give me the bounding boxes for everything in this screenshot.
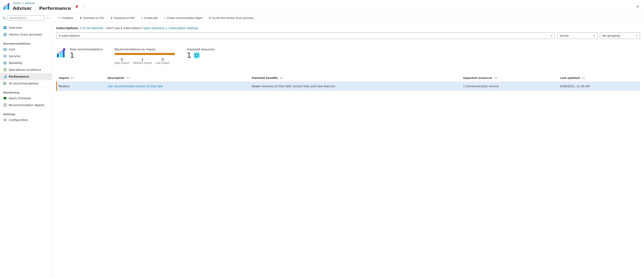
subscriptions-selected-link[interactable]: 3 of 58 selected (80, 27, 102, 30)
main-content: 🤍 Feedback ⬇ Download as CSV ⬇ Download … (52, 14, 644, 278)
plus-icon-alert: + (141, 17, 143, 20)
breadcrumb-title-group: Home > Advisor Advisor | Performance (13, 2, 71, 12)
svg-rect-6 (4, 28, 5, 29)
grouping-filter-value: No grouping (602, 34, 620, 37)
security-icon (3, 54, 7, 58)
download-csv-button[interactable]: ⬇ Download as CSV (78, 16, 106, 20)
sidebar-section-monitoring: Monitoring (0, 89, 52, 95)
col-resources[interactable]: Impacted resources ↑↓ (460, 74, 558, 82)
grouping-dropdown[interactable]: No grouping ∨ (600, 33, 640, 39)
toolbar: 🤍 Feedback ⬇ Download as CSV ⬇ Download … (52, 14, 644, 23)
impacted-resources-card: Impacted resources 1 (187, 48, 214, 59)
table-header: Impact ↑↓ Description ↑↓ Potential benef… (56, 74, 640, 82)
status-dropdown[interactable]: Active ∨ (558, 33, 598, 39)
col-description[interactable]: Description ↑↓ (105, 74, 249, 82)
sidebar-item-label: Reliability (9, 61, 22, 65)
sidebar-item-alerts[interactable]: Alerts (Preview) (0, 95, 52, 102)
advisor-logo-icon (3, 3, 10, 10)
resources-info: Impacted resources 1 (187, 48, 214, 59)
page-content-area: Subscriptions: 3 of 58 selected – Don't … (52, 23, 644, 278)
row-impact: Medium (56, 82, 105, 91)
sidebar-item-label: Configuration (9, 118, 28, 122)
svg-rect-4 (4, 26, 5, 28)
svg-point-16 (6, 75, 6, 76)
status-filter-value: Active (560, 34, 569, 37)
advisor-score-icon (3, 33, 7, 36)
subscription-dropdown[interactable]: 3 subscriptions ∨ (56, 33, 555, 39)
download-pdf-button[interactable]: ⬇ Download as PDF (110, 16, 136, 20)
sidebar-item-security[interactable]: Security (0, 53, 52, 60)
svg-rect-7 (5, 28, 6, 29)
sidebar-item-reliability[interactable]: Reliability (0, 60, 52, 66)
create-alert-button[interactable]: + Create alert (140, 16, 159, 20)
breadcrumb: Home > Advisor (13, 2, 71, 5)
sidebar-item-performance[interactable]: Performance (0, 73, 52, 80)
create-digest-button[interactable]: + Create recommendation digest (163, 16, 204, 20)
benefits-sort-icon: ↑↓ (280, 77, 283, 79)
sidebar-divider-3 (3, 109, 49, 110)
app-name: Advisor (13, 6, 32, 11)
svg-point-23 (4, 119, 6, 121)
col-impact[interactable]: Impact ↑↓ (56, 74, 105, 82)
filter-row: 3 subscriptions ∨ Active ∨ No grouping ∨ (56, 33, 640, 39)
subscriptions-dash: – (104, 27, 105, 30)
title-divider: | (34, 5, 36, 12)
total-recs-label: Total recommendations (70, 48, 102, 51)
svg-point-11 (4, 62, 6, 64)
impact-sort-icon: ↑↓ (71, 77, 74, 79)
search-icon: 🔍 (2, 17, 6, 20)
col-benefits[interactable]: Potential benefits ↑↓ (249, 74, 461, 82)
breadcrumb-home[interactable]: Home (13, 2, 20, 5)
page-name: Performance (39, 6, 71, 11)
resources-sort-icon: ↑↓ (494, 77, 498, 79)
open-directory-link[interactable]: Open Directory + Subscription settings (143, 27, 198, 30)
close-button[interactable]: ✕ (634, 4, 641, 10)
high-impact-count: 0 High impact (115, 57, 129, 64)
table-row[interactable]: Medium Use recommended version of Chat S… (56, 82, 640, 91)
feedback-button[interactable]: 🤍 Feedback (56, 16, 74, 20)
svg-rect-2 (8, 5, 9, 10)
heart-icon: 🤍 (57, 17, 60, 20)
more-options-button[interactable]: ··· (82, 4, 87, 9)
low-impact-count: 0 Low impact (156, 57, 170, 64)
sidebar-item-configuration[interactable]: Configuration (0, 117, 52, 123)
sidebar-item-all-recommendations[interactable]: All recommendations (0, 80, 52, 87)
impact-bar-chart (115, 53, 175, 55)
sidebar: 🔍 « Overview Advisor Score (preview) (0, 14, 52, 278)
svg-point-30 (196, 55, 198, 56)
sidebar-divider-2 (3, 88, 49, 88)
try-score-button[interactable]: ⧉ Try the new Advisor Score (preview) (208, 16, 255, 20)
config-icon (3, 118, 7, 122)
cost-icon (3, 48, 7, 51)
breadcrumb-advisor[interactable]: Advisor (25, 2, 35, 5)
total-recs-icon (56, 48, 67, 59)
svg-rect-17 (4, 82, 4, 83)
sidebar-nav: Overview Advisor Score (preview) Recomme… (0, 23, 52, 278)
sidebar-item-operational[interactable]: Operational excellence (0, 66, 52, 73)
search-input[interactable] (8, 16, 45, 21)
alerts-icon (3, 97, 7, 100)
resources-count: 1 (187, 52, 192, 59)
medium-impact-bar (115, 53, 175, 55)
svg-rect-13 (4, 77, 4, 78)
sidebar-item-rec-digests[interactable]: Recommendation digests (0, 102, 52, 109)
svg-rect-5 (5, 26, 6, 28)
description-link[interactable]: Use recommended version of Chat SDK (108, 85, 163, 88)
sidebar-item-overview[interactable]: Overview (0, 24, 52, 31)
pin-button[interactable]: 📌 (73, 4, 80, 10)
row-updated: 9/30/2021, 11:30 AM (558, 82, 640, 91)
table-body: Medium Use recommended version of Chat S… (56, 82, 640, 91)
sidebar-item-label: Advisor Score (preview) (9, 33, 42, 36)
svg-rect-1 (6, 6, 7, 10)
svg-rect-0 (4, 7, 5, 10)
sidebar-item-label: Operational excellence (9, 68, 41, 71)
reliability-icon (3, 61, 7, 65)
col-updated[interactable]: Last updated ↑↓ (558, 74, 640, 82)
svg-rect-21 (4, 97, 6, 98)
sidebar-section-settings: Settings (0, 110, 52, 117)
plus-icon-digest: + (164, 17, 166, 20)
sidebar-item-cost[interactable]: Cost (0, 46, 52, 53)
sidebar-item-advisor-score[interactable]: Advisor Score (preview) (0, 31, 52, 38)
score-icon: ⧉ (209, 16, 211, 20)
sidebar-collapse-button[interactable]: « (46, 16, 50, 21)
